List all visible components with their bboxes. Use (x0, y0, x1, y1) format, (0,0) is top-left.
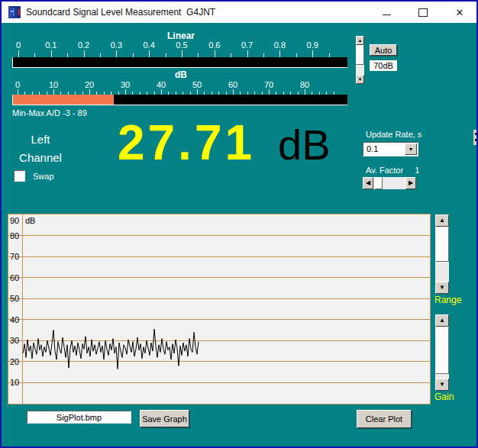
level-adjust-scrollbar[interactable]: ▲ ▼ (356, 36, 364, 84)
scroll-up-button[interactable]: ▲ (435, 214, 449, 227)
signal-trace (23, 329, 199, 369)
db-tick-label: 10 (40, 80, 66, 89)
linear-tick (312, 50, 313, 57)
scrollbar-thumb[interactable] (435, 327, 449, 374)
db-level-bar (12, 95, 347, 105)
linear-tick-label: 0.7 (234, 40, 260, 50)
channel-line1: Left (8, 131, 73, 149)
arrow-right-icon: ▶ (409, 180, 413, 186)
save-graph-button[interactable]: Save Graph (140, 410, 189, 427)
scrollbar-track[interactable] (373, 177, 405, 189)
av-factor-value: 1 (415, 166, 419, 175)
db-tick-label: 30 (112, 80, 138, 89)
db-tick (197, 89, 198, 95)
app-icon (8, 5, 21, 19)
av-factor-scrollbar[interactable]: ◀ ▶ (363, 177, 416, 189)
swap-checkbox[interactable] (14, 170, 25, 182)
window-title: Soundcard Signal Level Measurement G4JNT (26, 2, 215, 23)
db-tick-label: 60 (220, 80, 246, 89)
maximize-button[interactable] (406, 2, 440, 23)
combobox-drop-button[interactable]: ▼ (405, 143, 417, 155)
scroll-up-button[interactable]: ▲ (356, 36, 364, 45)
arrow-up-icon: ▲ (439, 218, 445, 224)
linear-level-bar (12, 57, 347, 68)
y-axis-tick-label: 80 (10, 231, 19, 240)
scrollbar-thumb[interactable] (375, 177, 383, 189)
preset-70db-button[interactable]: 70dB (370, 60, 397, 71)
linear-tick-label: 0 (5, 40, 31, 50)
scroll-down-button[interactable]: ▼ (356, 75, 364, 84)
linear-tick (279, 50, 280, 57)
arrow-down-icon: ▼ (439, 382, 445, 388)
db-tick (269, 89, 270, 95)
y-axis-tick-label: 40 (10, 315, 19, 324)
update-rate-value: 0.1 (367, 144, 378, 153)
y-axis-tick-label: 70 (10, 252, 19, 261)
range-scrollbar[interactable]: ▲ ▼ (435, 214, 449, 294)
scrollbar-thumb[interactable] (435, 227, 449, 262)
scrollbar-track[interactable] (435, 227, 449, 282)
linear-tick (247, 50, 248, 57)
y-axis-tick-label: 20 (10, 357, 19, 366)
db-tick (233, 89, 234, 95)
linear-tick (116, 50, 117, 57)
update-rate-combobox[interactable]: 0.1 ▼ (363, 142, 418, 156)
scroll-left-button[interactable]: ◀ (363, 177, 373, 189)
auto-button[interactable]: Auto (370, 44, 397, 56)
y-axis-unit-label: dB (25, 216, 35, 225)
linear-tick-label: 0.8 (266, 40, 292, 50)
update-rate-label: Update Rate, s (366, 130, 421, 139)
clear-plot-button[interactable]: Clear Plot (357, 410, 412, 428)
arrow-down-icon: ▼ (358, 77, 363, 82)
signal-plot-canvas: 908070605040302010dB (8, 214, 430, 404)
spinner-mark (475, 139, 478, 141)
minimize-button[interactable] (370, 2, 403, 23)
gain-label: Gain (434, 392, 454, 402)
db-tick (125, 89, 126, 95)
linear-tick-label: 0.9 (299, 40, 325, 50)
clipped-spinner-control (473, 130, 478, 145)
range-label: Range (434, 295, 461, 305)
channel-label: Left Channel (8, 131, 73, 167)
db-tick-label: 70 (256, 80, 282, 89)
linear-tick-label: 0.4 (136, 40, 162, 50)
av-factor-label-text: Av. Factor (366, 166, 403, 175)
linear-tick-label: 0.2 (71, 40, 97, 50)
gain-scrollbar[interactable]: ▲ ▼ (435, 314, 449, 391)
linear-tick (182, 50, 182, 57)
db-tick-label: 80 (292, 80, 318, 89)
arrow-up-icon: ▲ (358, 38, 363, 43)
scrollbar-track[interactable] (356, 45, 364, 75)
db-level-fill (13, 95, 114, 105)
y-axis-tick-label: 50 (10, 294, 19, 303)
scrollbar-thumb[interactable] (356, 45, 364, 65)
filename-input[interactable] (27, 411, 131, 424)
signal-plot: 908070605040302010dB (8, 214, 431, 404)
db-tick-label: 40 (148, 80, 174, 89)
swap-checkbox-label: Swap (33, 172, 54, 181)
linear-tick (149, 50, 150, 57)
y-axis-tick-label: 30 (10, 336, 19, 345)
minmax-readout: Min-Max A/D -3 - 89 (12, 108, 87, 118)
db-tick (305, 89, 305, 95)
db-tick-label: 20 (76, 80, 102, 89)
arrow-up-icon: ▲ (439, 317, 445, 324)
db-tick-label: 0 (5, 80, 31, 89)
scroll-up-button[interactable]: ▲ (435, 314, 449, 327)
linear-tick (18, 50, 19, 57)
scrollbar-track[interactable] (435, 327, 449, 379)
linear-meter-title: Linear (5, 31, 357, 41)
scroll-right-button[interactable]: ▶ (405, 177, 416, 189)
close-button[interactable]: ✕ (443, 2, 476, 23)
app-window: Soundcard Signal Level Measurement G4JNT… (0, 0, 478, 448)
linear-tick-label: 0.6 (202, 40, 228, 50)
level-readout-value: 27.71 (98, 118, 275, 167)
arrow-down-icon: ▼ (439, 285, 445, 291)
linear-tick (84, 50, 85, 57)
av-factor-label: Av. Factor 1 (366, 166, 419, 175)
scroll-down-button[interactable]: ▼ (435, 379, 449, 391)
scroll-down-button[interactable]: ▼ (435, 282, 449, 294)
db-tick (89, 89, 90, 95)
linear-tick (215, 50, 215, 57)
linear-tick (51, 50, 52, 57)
